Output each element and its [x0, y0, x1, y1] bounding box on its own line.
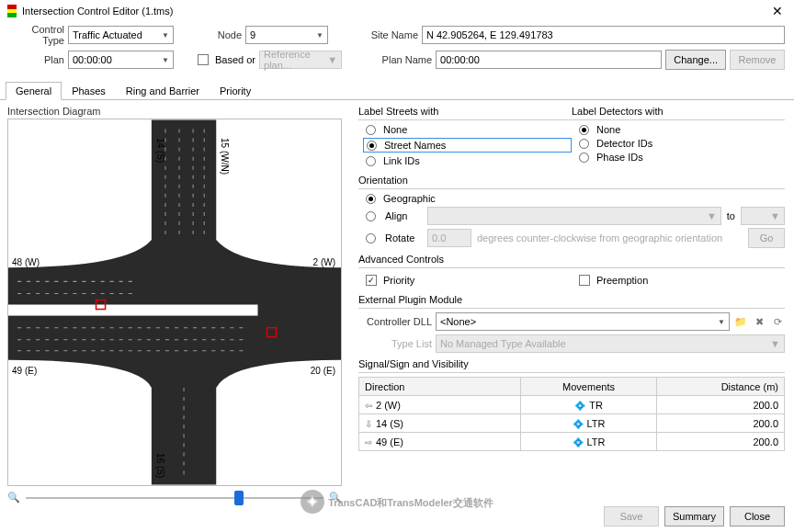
node-select[interactable]: 9▼	[245, 26, 328, 44]
chevron-down-icon: ▼	[162, 31, 169, 40]
intersection-diagram[interactable]: 14 (S) 15 (W/N) 48 (W) 2 (W) 49 (E) 20 (…	[7, 119, 342, 486]
svg-rect-1	[8, 305, 258, 316]
col-direction: Direction	[359, 378, 521, 396]
zoom-out-icon[interactable]: 🔍	[7, 492, 20, 504]
radio-det-ids[interactable]: Detector IDs	[579, 138, 785, 149]
radio-align[interactable]: Align ▼ to ▼	[366, 207, 785, 225]
go-button: Go	[748, 228, 785, 248]
diagram-label-sw: 49 (E)	[12, 366, 37, 376]
site-name-input[interactable]: N 42.905264, E 129.491783	[422, 26, 785, 44]
diagram-label-n1: 14 (S)	[155, 138, 165, 163]
based-or-checkbox[interactable]	[198, 54, 209, 65]
controller-dll-label: Controller DLL	[358, 316, 432, 327]
window-title: Intersection Control Editor (1.tms)	[22, 6, 768, 17]
radio-det-none[interactable]: None	[579, 124, 785, 135]
col-distance: Distance (m)	[657, 378, 785, 396]
road-graphic	[8, 119, 341, 485]
plan-label: Plan	[9, 54, 64, 65]
radio-rotate[interactable]: Rotate 0.0 degrees counter-clockwise fro…	[366, 228, 785, 248]
control-type-label: Control Type	[9, 24, 64, 46]
reference-plan-select: Reference plan...▼	[259, 51, 342, 69]
checkbox-priority[interactable]: ✓Priority	[366, 275, 572, 286]
table-row[interactable]: ⇨49 (E)💠LTR200.0	[359, 433, 785, 451]
zoom-slider[interactable]	[26, 497, 323, 499]
change-button[interactable]: Change...	[665, 50, 726, 70]
diagram-label-e: 2 (W)	[313, 257, 335, 267]
diagram-label-s: 16 (S)	[155, 453, 165, 478]
tab-general[interactable]: General	[6, 82, 62, 100]
top-form: Control Type Traffic Actuated▼ Node 9▼ S…	[0, 22, 794, 79]
folder-icon[interactable]: 📁	[733, 314, 748, 329]
table-row[interactable]: ⇩14 (S)💠LTR200.0	[359, 414, 785, 433]
node-label: Node	[177, 29, 242, 40]
plan-name-label: Plan Name	[377, 54, 432, 65]
tab-phases[interactable]: Phases	[62, 82, 116, 100]
site-name-label: Site Name	[363, 29, 418, 40]
signal-title: Signal/Sign and Visibility	[358, 358, 785, 369]
arrow-icon: ⇩	[365, 419, 372, 429]
chevron-down-icon: ▼	[327, 54, 337, 65]
type-list-select: No Managed Type Available▼	[436, 334, 785, 353]
signal-table[interactable]: Direction Movements Distance (m) ⇦2 (W)💠…	[358, 377, 785, 451]
app-icon	[7, 5, 17, 17]
type-list-label: Type List	[358, 338, 432, 349]
delete-icon[interactable]: ✖	[752, 314, 766, 329]
close-icon[interactable]: ✕	[768, 4, 787, 18]
rotate-degrees: 0.0	[427, 229, 471, 247]
footer: Save Summary Close	[604, 506, 785, 526]
label-streets-title: Label Streets with	[358, 106, 572, 117]
remove-button: Remove	[730, 50, 785, 70]
tab-priority[interactable]: Priority	[210, 82, 261, 100]
close-button[interactable]: Close	[730, 506, 785, 526]
diagram-title: Intersection Diagram	[7, 106, 342, 117]
plan-name-input[interactable]: 00:00:00	[436, 51, 662, 69]
arrow-icon: ⇦	[365, 401, 372, 411]
diagram-label-n2: 15 (W/N)	[220, 138, 230, 175]
controller-dll-select[interactable]: <None>▼	[436, 312, 730, 331]
tab-ring-barrier[interactable]: Ring and Barrier	[116, 82, 210, 100]
diagram-label-se: 20 (E)	[311, 366, 335, 376]
save-button: Save	[604, 506, 659, 526]
chevron-down-icon: ▼	[162, 56, 169, 64]
zoom-in-icon[interactable]: 🔍	[329, 492, 342, 504]
arrow-icon: ⇨	[365, 437, 372, 447]
radio-streets-none[interactable]: None	[366, 124, 572, 135]
radio-streets-names[interactable]: Street Names	[363, 138, 572, 153]
summary-button[interactable]: Summary	[664, 506, 724, 526]
advanced-title: Advanced Controls	[358, 254, 785, 265]
table-row[interactable]: ⇦2 (W)💠TR200.0	[359, 396, 785, 414]
checkbox-preemption[interactable]: Preemption	[579, 275, 785, 286]
chevron-down-icon: ▼	[316, 31, 323, 40]
plugin-title: External Plugin Module	[358, 294, 785, 305]
radio-geographic[interactable]: Geographic	[366, 193, 785, 204]
tab-bar: General Phases Ring and Barrier Priority	[0, 81, 794, 100]
label-detectors-title: Label Detectors with	[572, 106, 785, 117]
diagram-label-w: 48 (W)	[12, 257, 40, 267]
radio-streets-linkids[interactable]: Link IDs	[366, 155, 572, 166]
radio-det-phase[interactable]: Phase IDs	[579, 152, 785, 163]
based-or-label: Based or	[215, 54, 255, 65]
plan-select[interactable]: 00:00:00▼	[68, 51, 174, 69]
col-movements: Movements	[520, 378, 656, 396]
title-bar: Intersection Control Editor (1.tms) ✕	[0, 0, 794, 22]
orientation-title: Orientation	[358, 175, 785, 186]
refresh-icon[interactable]: ⟳	[770, 314, 785, 329]
control-type-select[interactable]: Traffic Actuated▼	[68, 26, 174, 44]
